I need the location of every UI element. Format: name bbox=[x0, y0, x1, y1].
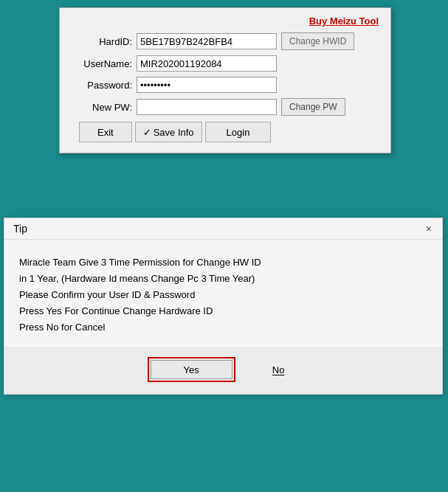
password-input[interactable] bbox=[137, 77, 277, 93]
newpw-label: New PW: bbox=[72, 102, 132, 113]
hardid-label: HardID: bbox=[72, 36, 132, 47]
hardid-row: HardID: Change HWID bbox=[72, 32, 379, 50]
save-info-button[interactable]: ✓ Save Info bbox=[135, 122, 202, 142]
tip-body: Miracle Team Give 3 Time Permission for … bbox=[4, 240, 442, 347]
change-pw-button[interactable]: Change PW bbox=[281, 98, 345, 116]
username-input[interactable] bbox=[137, 55, 277, 72]
newpw-input[interactable] bbox=[137, 99, 277, 115]
tip-line5: Press No for Cancel bbox=[19, 319, 427, 336]
password-label: Password: bbox=[72, 80, 132, 91]
tip-title: Tip bbox=[13, 223, 27, 235]
yes-button[interactable]: Yes bbox=[151, 360, 232, 379]
tip-line3: Please Confirm your User ID & Password bbox=[19, 287, 427, 303]
no-button[interactable]: No bbox=[258, 360, 300, 379]
tip-line2: in 1 Year, (Hardware Id means Change Pc … bbox=[19, 271, 427, 287]
username-row: UserName: bbox=[72, 55, 379, 72]
exit-button[interactable]: Exit bbox=[79, 122, 132, 142]
tip-line1: Miracle Team Give 3 Time Permission for … bbox=[19, 254, 427, 271]
tip-footer: Yes No bbox=[4, 347, 442, 394]
login-button[interactable]: Login bbox=[205, 122, 272, 142]
checkmark-icon: ✓ bbox=[143, 127, 151, 138]
tip-close-button[interactable]: × bbox=[423, 224, 435, 234]
buy-meizu-link[interactable]: Buy Meizu Tool bbox=[309, 15, 379, 27]
change-hwid-button[interactable]: Change HWID bbox=[281, 32, 354, 50]
username-label: UserName: bbox=[72, 58, 132, 69]
login-panel: Buy Meizu Tool HardID: Change HWID UserN… bbox=[59, 7, 391, 153]
tip-titlebar: Tip × bbox=[4, 218, 442, 240]
hardid-input[interactable] bbox=[137, 33, 277, 49]
password-row: Password: bbox=[72, 77, 379, 93]
tip-message: Miracle Team Give 3 Time Permission for … bbox=[19, 254, 427, 336]
yes-button-wrapper: Yes bbox=[148, 357, 235, 382]
buy-link-row: Buy Meizu Tool bbox=[72, 15, 379, 27]
save-info-label: Save Info bbox=[154, 127, 194, 138]
newpw-row: New PW: Change PW bbox=[72, 98, 379, 116]
tip-line4: Press Yes For Continue Change Hardware I… bbox=[19, 303, 427, 319]
action-button-row: Exit ✓ Save Info Login bbox=[72, 122, 379, 142]
tip-dialog: Tip × Miracle Team Give 3 Time Permissio… bbox=[4, 218, 443, 395]
